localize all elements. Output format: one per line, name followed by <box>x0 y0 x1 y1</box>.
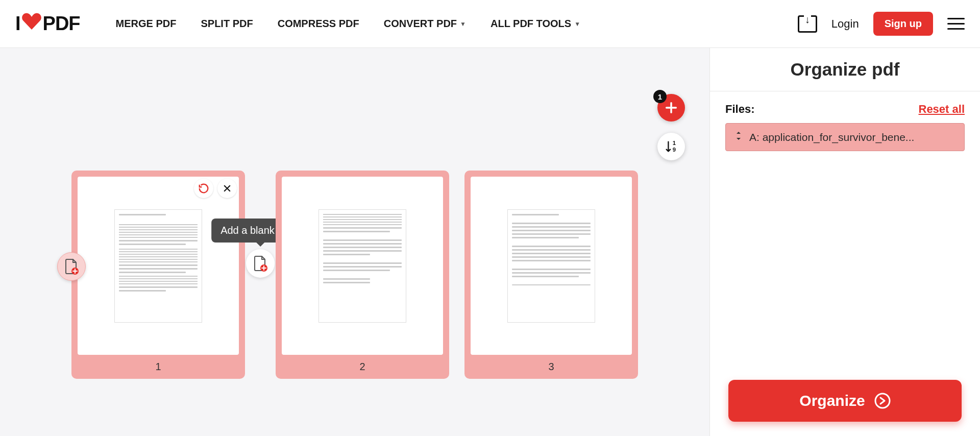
sidebar-footer: Organize <box>710 367 980 436</box>
file-count-badge: 1 <box>653 90 667 103</box>
rotate-page-button[interactable] <box>194 179 213 198</box>
nav-merge[interactable]: MERGE PDF <box>116 18 177 30</box>
main: 1 1 9 <box>0 48 980 436</box>
page-thumbnail-2[interactable]: 2 <box>276 171 449 379</box>
pages-row: 1 Add a blank page <box>71 171 638 379</box>
nav-merge-label: MERGE PDF <box>116 18 177 30</box>
workspace: 1 1 9 <box>0 48 709 436</box>
drag-handle-icon[interactable] <box>735 131 742 143</box>
nav-split[interactable]: SPLIT PDF <box>201 18 253 30</box>
sort-button[interactable]: 1 9 <box>657 133 685 160</box>
fab-stack: 1 1 9 <box>657 94 685 160</box>
header: I PDF MERGE PDF SPLIT PDF COMPRESS PDF C… <box>0 0 980 48</box>
page-controls <box>194 179 237 198</box>
sidebar: Organize pdf Files: Reset all A: applica… <box>709 48 980 436</box>
menu-icon[interactable] <box>947 14 965 33</box>
nav-convert[interactable]: CONVERT PDF▼ <box>384 18 466 30</box>
header-right: Login Sign up <box>798 12 965 36</box>
nav-all-tools[interactable]: ALL PDF TOOLS▼ <box>491 18 580 30</box>
file-name: A: application_for_survivor_bene... <box>749 131 914 143</box>
svg-point-4 <box>875 394 890 408</box>
organize-button[interactable]: Organize <box>728 380 962 422</box>
chevron-down-icon: ▼ <box>574 20 580 28</box>
page-thumbnail-3[interactable]: 3 <box>464 171 638 379</box>
main-nav: MERGE PDF SPLIT PDF COMPRESS PDF CONVERT… <box>116 18 580 30</box>
chevron-down-icon: ▼ <box>460 20 466 28</box>
login-link[interactable]: Login <box>831 17 859 31</box>
svg-text:9: 9 <box>673 147 676 153</box>
nav-compress-label: COMPRESS PDF <box>278 18 359 30</box>
nav-convert-label: CONVERT PDF <box>384 18 457 30</box>
nav-compress[interactable]: COMPRESS PDF <box>278 18 359 30</box>
reset-all-link[interactable]: Reset all <box>919 103 965 116</box>
page-thumbnail-1[interactable]: 1 <box>71 171 245 379</box>
desktop-download-icon[interactable] <box>798 15 817 33</box>
signup-button[interactable]: Sign up <box>873 12 933 36</box>
add-file-button[interactable]: 1 <box>657 94 685 122</box>
heart-icon <box>21 12 42 35</box>
logo-text-right: PDF <box>43 13 80 35</box>
svg-text:1: 1 <box>673 140 676 146</box>
logo-text-left: I <box>15 13 20 35</box>
nav-split-label: SPLIT PDF <box>201 18 253 30</box>
arrow-right-circle-icon <box>874 393 891 409</box>
logo[interactable]: I PDF <box>15 12 80 35</box>
page-number: 3 <box>548 355 554 373</box>
insert-blank-page-button[interactable] <box>246 249 275 278</box>
file-row-a[interactable]: A: application_for_survivor_bene... <box>725 123 965 151</box>
page-number: 2 <box>359 355 365 373</box>
page-preview <box>282 177 443 355</box>
files-label: Files: <box>725 103 754 116</box>
page-preview <box>78 177 239 355</box>
organize-button-label: Organize <box>799 392 865 409</box>
insert-blank-page-button[interactable] <box>57 252 86 281</box>
page-number: 1 <box>155 355 161 373</box>
remove-page-button[interactable] <box>217 179 237 198</box>
files-header: Files: Reset all <box>710 91 980 123</box>
nav-all-label: ALL PDF TOOLS <box>491 18 571 30</box>
page-preview <box>471 177 632 355</box>
sidebar-title: Organize pdf <box>710 48 980 91</box>
